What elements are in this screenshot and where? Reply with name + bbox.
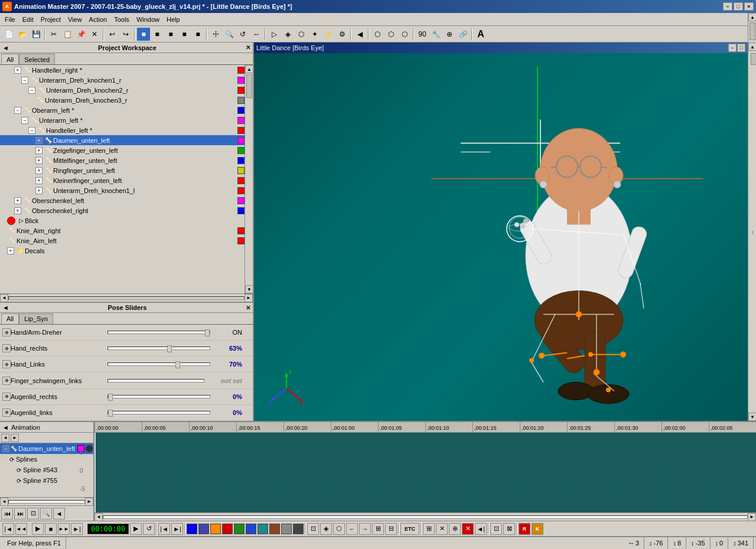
ctrl-tool7[interactable]: ⊟ bbox=[385, 523, 397, 535]
anim-fwd-btn[interactable]: ► bbox=[11, 434, 19, 442]
slider-track[interactable] bbox=[107, 347, 210, 350]
select-btn4[interactable]: ■ bbox=[178, 28, 191, 41]
nav-btn1[interactable]: ☩ bbox=[209, 28, 222, 41]
project-workspace-close[interactable]: ✕ bbox=[246, 44, 250, 51]
viewport-minimize-btn[interactable]: − bbox=[728, 44, 737, 52]
slider-expand-btn[interactable]: ⊕ bbox=[2, 360, 11, 368]
anim-zoom-fit[interactable]: ⊡ bbox=[27, 508, 39, 519]
slider-track[interactable] bbox=[107, 362, 210, 366]
timeline-scrollbar-h[interactable]: ◄ ► bbox=[94, 512, 756, 521]
ctrl-extra1[interactable]: ⊞ bbox=[423, 523, 435, 535]
menu-edit[interactable]: Edit bbox=[19, 14, 37, 25]
slider-track[interactable] bbox=[107, 395, 210, 398]
tree-item-handteller-left[interactable]: − 🦴 Handteller_left * bbox=[0, 125, 253, 135]
ctrl-skip-back[interactable]: |◄ bbox=[2, 523, 14, 535]
tl-scroll-right[interactable]: ► bbox=[748, 513, 756, 521]
tree-item-decals[interactable]: + 📁 Decals bbox=[0, 246, 253, 256]
select-btn1[interactable]: ■ bbox=[137, 28, 150, 41]
h-scroll-track[interactable] bbox=[8, 296, 245, 300]
copy-button[interactable]: 📋 bbox=[61, 28, 74, 41]
ctrl-tool6[interactable]: ⊞ bbox=[372, 523, 384, 535]
menu-action[interactable]: Action bbox=[86, 14, 111, 25]
scroll-thumb[interactable] bbox=[246, 74, 252, 98]
tl-scroll-track[interactable] bbox=[103, 515, 748, 519]
expand-icon[interactable]: − bbox=[21, 77, 28, 84]
slider-expand-btn[interactable]: ⊕ bbox=[2, 409, 11, 417]
ctrl-tool5[interactable]: → bbox=[359, 523, 371, 535]
slider-thumb[interactable] bbox=[167, 345, 172, 352]
viewport-scroll-thumb[interactable] bbox=[751, 53, 756, 65]
ctrl-extra5[interactable]: ◄| bbox=[475, 523, 487, 535]
expand-icon[interactable]: − bbox=[21, 117, 28, 124]
scroll-up-arrow[interactable]: ▲ bbox=[245, 65, 253, 73]
timeline-grid[interactable] bbox=[94, 433, 756, 512]
cut-button[interactable]: ✂ bbox=[47, 28, 60, 41]
extra-btn1[interactable]: 90 bbox=[416, 28, 429, 41]
viewport-nav-icon[interactable]: ↕ bbox=[748, 229, 756, 234]
viewport-scrollbar-v[interactable]: ▲ ▼ ↕ bbox=[748, 43, 756, 421]
tree-item-oberschenkel-left[interactable]: + 🦴 Oberschenkel_left bbox=[0, 195, 253, 205]
mode-btn5[interactable]: ⚡ bbox=[322, 28, 335, 41]
delete-button[interactable]: ✕ bbox=[88, 28, 101, 41]
ctrl-tool1[interactable]: ⊡ bbox=[307, 523, 319, 535]
ctrl-tool4[interactable]: ← bbox=[346, 523, 358, 535]
expand-icon[interactable]: − bbox=[28, 127, 35, 134]
ctrl-extra2[interactable]: ✕ bbox=[436, 523, 448, 535]
tree-item-mittelfinger[interactable]: + 🦴 Mittelfinger_unten_left bbox=[0, 155, 253, 165]
anim-btn2[interactable]: ⬡ bbox=[384, 28, 397, 41]
ctrl-right1[interactable]: ⊡ bbox=[490, 523, 502, 535]
ctrl-stop[interactable]: ■ bbox=[45, 523, 57, 535]
tree-item-unterarm3r[interactable]: 🦴 Unterarm_Dreh_knochen3_r bbox=[0, 95, 253, 105]
anim-home-btn[interactable]: ⏮ bbox=[1, 508, 13, 519]
anim-scroll-right[interactable]: ► bbox=[85, 498, 93, 506]
ctrl-loop[interactable]: ▶ bbox=[130, 523, 142, 535]
mode-btn4[interactable]: ✦ bbox=[308, 28, 321, 41]
ctrl-play[interactable]: ▶ bbox=[32, 523, 44, 535]
anim-btn3[interactable]: ⬡ bbox=[398, 28, 411, 41]
tab-lip-syn[interactable]: Lip_Syn bbox=[19, 313, 53, 324]
slider-track[interactable] bbox=[107, 379, 204, 383]
anim-zoom-out[interactable]: ◄ bbox=[53, 508, 65, 519]
extra-btn3[interactable]: ⊕ bbox=[443, 28, 456, 41]
close-button[interactable]: × bbox=[744, 2, 754, 11]
expand-icon[interactable]: + bbox=[14, 207, 21, 214]
anim-back-btn[interactable]: ◄ bbox=[1, 434, 9, 442]
open-button[interactable]: 📂 bbox=[16, 28, 29, 41]
anim-panel-collapse[interactable]: ◄ bbox=[2, 424, 9, 431]
viewport-scroll-up[interactable]: ▲ bbox=[748, 43, 756, 51]
viewport-scroll-down[interactable]: ▼ bbox=[748, 413, 756, 421]
tree-item-unterarm1l[interactable]: + 🦴 Unterarm_Dreh_knochen1_l bbox=[0, 185, 253, 195]
slider-track[interactable] bbox=[107, 411, 210, 414]
expand-icon[interactable]: + bbox=[35, 147, 43, 154]
tree-item-knie-left[interactable]: 🦴 Knie_Aim_left bbox=[0, 236, 253, 246]
ctrl-ETC[interactable]: ETC bbox=[400, 523, 419, 535]
menu-file[interactable]: File bbox=[1, 14, 19, 25]
tree-item-unterarm-left[interactable]: − 🦴 Unterarm_left * bbox=[0, 115, 253, 125]
ctrl-next-frame[interactable]: ►► bbox=[58, 523, 70, 535]
sliders-scroll-thumb[interactable] bbox=[750, 22, 755, 40]
expand-icon[interactable]: + bbox=[35, 137, 43, 144]
scroll-right-arrow[interactable]: ► bbox=[245, 294, 253, 302]
anim-scroll-track[interactable] bbox=[8, 500, 85, 504]
mode-btn1[interactable]: ▷ bbox=[268, 28, 281, 41]
expand-icon[interactable]: + bbox=[35, 187, 43, 194]
expand-icon[interactable]: + bbox=[14, 197, 21, 204]
ctrl-right2[interactable]: ⊠ bbox=[503, 523, 515, 535]
render-btn1[interactable]: ◀ bbox=[353, 28, 366, 41]
tl-scroll-left[interactable]: ◄ bbox=[94, 513, 103, 521]
menu-window[interactable]: Window bbox=[133, 14, 163, 25]
tree-item-daumen-left[interactable]: + 🦴 Daumen_unten_left bbox=[0, 135, 253, 145]
tree-item-zeigefinger[interactable]: + 🦴 Zeigefinger_unten_left bbox=[0, 145, 253, 155]
tree-item-oberarm-left[interactable]: − 🦴 Oberarm_left * bbox=[0, 105, 253, 115]
ctrl-tool2[interactable]: ◈ bbox=[320, 523, 332, 535]
undo-button[interactable]: ↩ bbox=[106, 28, 119, 41]
slider-expand-btn[interactable]: ⊕ bbox=[2, 344, 11, 352]
scroll-left-arrow[interactable]: ◄ bbox=[0, 294, 8, 302]
anim-scroll-left[interactable]: ◄ bbox=[0, 498, 8, 506]
slider-thumb[interactable] bbox=[175, 361, 180, 368]
anim-scrollbar-h[interactable]: ◄ ► bbox=[0, 497, 93, 505]
mode-btn2[interactable]: ◈ bbox=[281, 28, 294, 41]
redo-button[interactable]: ↪ bbox=[119, 28, 132, 41]
text-btn[interactable]: A bbox=[474, 28, 487, 41]
expand-icon[interactable]: + bbox=[14, 67, 21, 74]
